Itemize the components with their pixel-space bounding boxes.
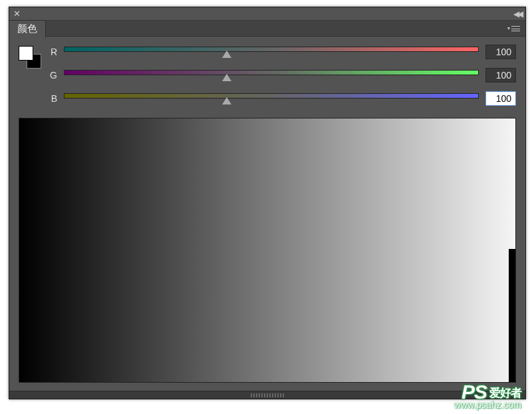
panel-resize-bar[interactable] (9, 391, 525, 399)
r-value-input[interactable] (485, 45, 516, 59)
g-label: G (48, 70, 57, 81)
tab-color[interactable]: 颜色 (9, 20, 46, 38)
r-label: R (48, 47, 57, 57)
r-slider[interactable] (64, 47, 479, 57)
panel-content: R G B (9, 37, 525, 383)
b-value-input[interactable] (485, 91, 516, 106)
close-icon[interactable]: ✕ (13, 9, 21, 18)
collapse-icon[interactable]: ◀◀ (513, 9, 521, 19)
slider-thumb-icon[interactable] (222, 97, 231, 104)
g-slider[interactable] (64, 70, 479, 81)
color-swatch[interactable] (19, 46, 41, 69)
color-spectrum[interactable] (19, 118, 516, 383)
b-slider[interactable] (64, 93, 479, 104)
slider-thumb-icon[interactable] (222, 74, 231, 81)
panel-top-bar: ✕ ◀◀ (9, 7, 525, 21)
g-value-input[interactable] (485, 68, 516, 83)
r-slider-row: R (48, 45, 516, 59)
panel-menu-button[interactable]: ▾ (502, 25, 525, 31)
grip-icon (251, 393, 284, 397)
tab-bar: 颜色 ▾ (9, 21, 525, 37)
color-panel: ✕ ◀◀ 颜色 ▾ R (9, 7, 526, 399)
b-label: B (48, 93, 57, 104)
slider-thumb-icon[interactable] (222, 51, 231, 58)
watermark-url: www.psahz.com (454, 399, 521, 410)
b-slider-row: B (48, 91, 516, 106)
g-slider-row: G (48, 68, 516, 83)
foreground-swatch[interactable] (19, 46, 33, 61)
